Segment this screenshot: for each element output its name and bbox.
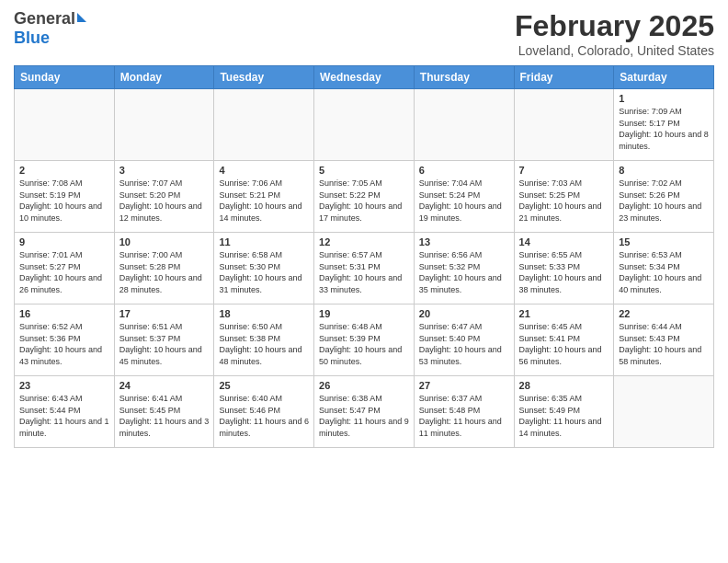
table-row: 28Sunrise: 6:35 AM Sunset: 5:49 PM Dayli… — [514, 376, 614, 448]
day-number: 5 — [319, 165, 409, 176]
day-number: 2 — [19, 165, 109, 176]
table-row: 3Sunrise: 7:07 AM Sunset: 5:20 PM Daylig… — [114, 161, 214, 233]
day-number: 3 — [119, 165, 210, 176]
col-wednesday: Wednesday — [314, 66, 415, 89]
day-info: Sunrise: 6:47 AM Sunset: 5:40 PM Dayligh… — [419, 321, 509, 367]
calendar: Sunday Monday Tuesday Wednesday Thursday… — [14, 65, 714, 448]
main-title: February 2025 — [515, 9, 714, 43]
day-info: Sunrise: 7:03 AM Sunset: 5:25 PM Dayligh… — [519, 178, 609, 224]
col-friday: Friday — [514, 66, 614, 89]
day-number: 19 — [319, 308, 409, 319]
day-info: Sunrise: 6:53 AM Sunset: 5:34 PM Dayligh… — [619, 249, 709, 295]
logo-line2: Blue — [14, 29, 86, 48]
table-row — [314, 89, 415, 161]
table-row: 8Sunrise: 7:02 AM Sunset: 5:26 PM Daylig… — [614, 161, 714, 233]
day-number: 6 — [419, 165, 509, 176]
day-number: 17 — [119, 308, 210, 319]
day-info: Sunrise: 6:58 AM Sunset: 5:30 PM Dayligh… — [219, 249, 309, 295]
day-number: 8 — [619, 165, 709, 176]
day-info: Sunrise: 7:01 AM Sunset: 5:27 PM Dayligh… — [19, 249, 109, 295]
table-row — [414, 89, 514, 161]
day-number: 12 — [319, 236, 409, 247]
calendar-week-1: 1Sunrise: 7:09 AM Sunset: 5:17 PM Daylig… — [15, 89, 714, 161]
table-row: 9Sunrise: 7:01 AM Sunset: 5:27 PM Daylig… — [15, 233, 115, 304]
day-number: 28 — [519, 380, 609, 391]
day-number: 21 — [519, 308, 609, 319]
table-row: 12Sunrise: 6:57 AM Sunset: 5:31 PM Dayli… — [314, 233, 415, 304]
table-row: 2Sunrise: 7:08 AM Sunset: 5:19 PM Daylig… — [15, 161, 115, 233]
day-number: 13 — [419, 236, 509, 247]
table-row: 20Sunrise: 6:47 AM Sunset: 5:40 PM Dayli… — [414, 304, 514, 376]
day-info: Sunrise: 6:55 AM Sunset: 5:33 PM Dayligh… — [519, 249, 609, 295]
table-row: 13Sunrise: 6:56 AM Sunset: 5:32 PM Dayli… — [414, 233, 514, 304]
logo-general: General — [14, 9, 75, 28]
col-saturday: Saturday — [614, 66, 714, 89]
table-row: 10Sunrise: 7:00 AM Sunset: 5:28 PM Dayli… — [114, 233, 214, 304]
day-number: 27 — [419, 380, 509, 391]
table-row — [114, 89, 214, 161]
day-info: Sunrise: 6:41 AM Sunset: 5:45 PM Dayligh… — [119, 393, 210, 439]
day-info: Sunrise: 6:37 AM Sunset: 5:48 PM Dayligh… — [419, 393, 509, 439]
table-row — [15, 89, 115, 161]
day-info: Sunrise: 6:45 AM Sunset: 5:41 PM Dayligh… — [519, 321, 609, 367]
day-number: 20 — [419, 308, 509, 319]
day-info: Sunrise: 6:35 AM Sunset: 5:49 PM Dayligh… — [519, 393, 609, 439]
table-row: 21Sunrise: 6:45 AM Sunset: 5:41 PM Dayli… — [514, 304, 614, 376]
day-number: 9 — [19, 236, 109, 247]
day-number: 25 — [219, 380, 309, 391]
table-row: 14Sunrise: 6:55 AM Sunset: 5:33 PM Dayli… — [514, 233, 614, 304]
table-row: 27Sunrise: 6:37 AM Sunset: 5:48 PM Dayli… — [414, 376, 514, 448]
day-number: 23 — [19, 380, 109, 391]
day-info: Sunrise: 6:50 AM Sunset: 5:38 PM Dayligh… — [219, 321, 309, 367]
day-info: Sunrise: 6:56 AM Sunset: 5:32 PM Dayligh… — [419, 249, 509, 295]
title-block: February 2025 Loveland, Colorado, United… — [515, 9, 714, 58]
day-info: Sunrise: 7:00 AM Sunset: 5:28 PM Dayligh… — [119, 249, 210, 295]
header: General Blue February 2025 Loveland, Col… — [14, 9, 714, 58]
logo-triangle-icon — [77, 13, 86, 22]
table-row — [214, 89, 314, 161]
table-row: 23Sunrise: 6:43 AM Sunset: 5:44 PM Dayli… — [15, 376, 115, 448]
table-row: 19Sunrise: 6:48 AM Sunset: 5:39 PM Dayli… — [314, 304, 415, 376]
day-info: Sunrise: 6:57 AM Sunset: 5:31 PM Dayligh… — [319, 249, 409, 295]
col-thursday: Thursday — [414, 66, 514, 89]
logo-blue: Blue — [14, 29, 50, 47]
calendar-header-row: Sunday Monday Tuesday Wednesday Thursday… — [15, 66, 714, 89]
day-number: 26 — [319, 380, 409, 391]
table-row: 18Sunrise: 6:50 AM Sunset: 5:38 PM Dayli… — [214, 304, 314, 376]
day-info: Sunrise: 7:07 AM Sunset: 5:20 PM Dayligh… — [119, 178, 210, 224]
day-number: 24 — [119, 380, 210, 391]
day-number: 16 — [19, 308, 109, 319]
day-info: Sunrise: 6:48 AM Sunset: 5:39 PM Dayligh… — [319, 321, 409, 367]
logo-block: General Blue — [14, 9, 86, 48]
day-info: Sunrise: 6:38 AM Sunset: 5:47 PM Dayligh… — [319, 393, 409, 439]
table-row: 17Sunrise: 6:51 AM Sunset: 5:37 PM Dayli… — [114, 304, 214, 376]
day-info: Sunrise: 6:52 AM Sunset: 5:36 PM Dayligh… — [19, 321, 109, 367]
col-sunday: Sunday — [15, 66, 115, 89]
table-row: 15Sunrise: 6:53 AM Sunset: 5:34 PM Dayli… — [614, 233, 714, 304]
calendar-week-5: 23Sunrise: 6:43 AM Sunset: 5:44 PM Dayli… — [15, 376, 714, 448]
day-info: Sunrise: 6:43 AM Sunset: 5:44 PM Dayligh… — [19, 393, 109, 439]
subtitle: Loveland, Colorado, United States — [515, 43, 714, 58]
logo-line1: General — [14, 9, 86, 29]
logo: General Blue — [14, 9, 86, 48]
calendar-week-4: 16Sunrise: 6:52 AM Sunset: 5:36 PM Dayli… — [15, 304, 714, 376]
page-container: General Blue February 2025 Loveland, Col… — [0, 0, 728, 453]
table-row: 16Sunrise: 6:52 AM Sunset: 5:36 PM Dayli… — [15, 304, 115, 376]
table-row: 6Sunrise: 7:04 AM Sunset: 5:24 PM Daylig… — [414, 161, 514, 233]
table-row — [614, 376, 714, 448]
day-number: 1 — [619, 93, 709, 104]
day-number: 22 — [619, 308, 709, 319]
table-row — [514, 89, 614, 161]
col-tuesday: Tuesday — [214, 66, 314, 89]
table-row: 22Sunrise: 6:44 AM Sunset: 5:43 PM Dayli… — [614, 304, 714, 376]
col-monday: Monday — [114, 66, 214, 89]
day-info: Sunrise: 6:51 AM Sunset: 5:37 PM Dayligh… — [119, 321, 210, 367]
day-number: 4 — [219, 165, 309, 176]
day-number: 10 — [119, 236, 210, 247]
table-row: 4Sunrise: 7:06 AM Sunset: 5:21 PM Daylig… — [214, 161, 314, 233]
table-row: 11Sunrise: 6:58 AM Sunset: 5:30 PM Dayli… — [214, 233, 314, 304]
day-number: 18 — [219, 308, 309, 319]
day-number: 14 — [519, 236, 609, 247]
day-number: 15 — [619, 236, 709, 247]
table-row: 25Sunrise: 6:40 AM Sunset: 5:46 PM Dayli… — [214, 376, 314, 448]
